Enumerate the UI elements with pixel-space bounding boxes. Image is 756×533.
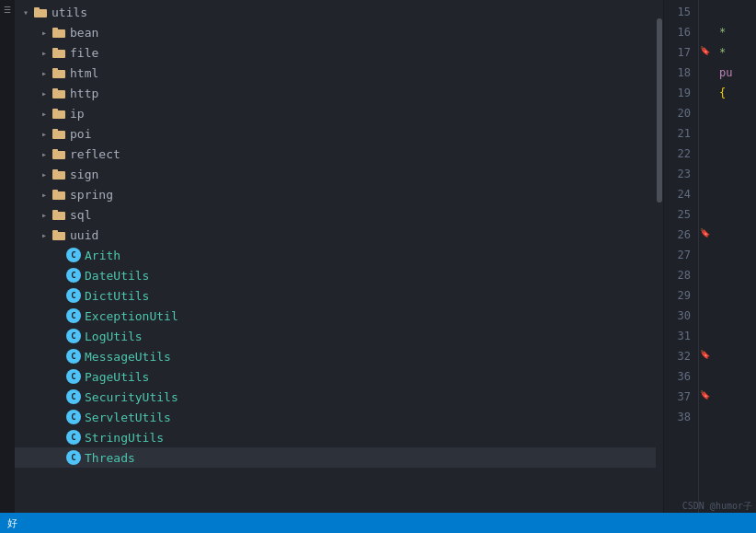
gutter-19 <box>699 81 712 101</box>
class-icon-dateutils: C <box>66 268 81 283</box>
tree-item-logutils[interactable]: C LogUtils <box>15 326 656 346</box>
class-icon-dictutils: C <box>66 288 81 303</box>
line-num-26: 26 <box>664 225 691 245</box>
folder-label-poi: poi <box>70 127 91 141</box>
tree-item-arith[interactable]: C Arith <box>15 245 656 265</box>
folder-label-sign: sign <box>70 168 98 181</box>
folder-label-sql: sql <box>70 208 91 222</box>
tree-item-file[interactable]: file <box>15 42 656 63</box>
arrow-http <box>37 83 52 103</box>
tree-item-bean[interactable]: bean <box>15 22 656 42</box>
gutter-16 <box>699 20 712 41</box>
tree-item-stringutils[interactable]: C StringUtils <box>15 427 656 447</box>
code-line-31 <box>719 326 756 346</box>
code-line-15 <box>719 2 756 22</box>
svg-rect-3 <box>52 28 58 30</box>
tree-scrollbar[interactable] <box>656 0 663 533</box>
folder-icon-uuid <box>52 227 66 242</box>
tree-item-sign[interactable]: sign <box>15 164 656 184</box>
class-icon-logutils: C <box>66 329 81 343</box>
line-num-31: 31 <box>664 326 691 346</box>
code-line-30 <box>719 306 756 326</box>
class-label-dictutils: DictUtils <box>85 289 149 303</box>
code-line-25 <box>719 204 756 225</box>
class-icon-arith: C <box>66 248 81 262</box>
arrow-bean <box>37 22 52 42</box>
tree-item-exceptionutil[interactable]: C ExceptionUtil <box>15 306 656 326</box>
class-label-arith: Arith <box>85 249 120 262</box>
line-num-28: 28 <box>664 265 691 285</box>
tree-content: utils bean file <box>15 0 656 533</box>
line-num-16: 16 <box>664 22 691 42</box>
gutter-36 <box>699 365 712 385</box>
tree-item-uuid[interactable]: uuid <box>15 225 656 245</box>
class-label-securityutils: SecurityUtils <box>85 390 178 404</box>
tree-item-html[interactable]: html <box>15 63 656 83</box>
line-num-20: 20 <box>664 103 691 123</box>
line-num-19: 19 <box>664 83 691 103</box>
folder-label-reflect: reflect <box>70 147 120 161</box>
folder-icon-reflect <box>52 146 66 161</box>
line-num-17: 17 <box>664 42 691 63</box>
line-num-25: 25 <box>664 204 691 225</box>
svg-rect-16 <box>52 171 65 180</box>
folder-icon-utils <box>33 5 48 19</box>
code-line-22 <box>719 144 756 164</box>
gutter-24 <box>699 182 712 203</box>
svg-rect-14 <box>52 151 65 159</box>
tree-item-ip[interactable]: ip <box>15 103 656 123</box>
svg-rect-8 <box>52 90 65 98</box>
tree-item-threads[interactable]: C Threads <box>15 447 656 468</box>
gutter-20 <box>699 101 712 122</box>
line-num-36: 36 <box>664 366 691 387</box>
tree-item-servletutils[interactable]: C ServletUtils <box>15 407 656 427</box>
line-numbers: 15 16 17 18 19 20 21 22 23 24 25 26 27 2… <box>664 0 699 533</box>
svg-rect-5 <box>52 48 58 51</box>
tree-item-reflect[interactable]: reflect <box>15 144 656 164</box>
svg-rect-0 <box>34 9 47 17</box>
gutter-23 <box>699 162 712 182</box>
line-num-37: 37 <box>664 387 691 407</box>
code-line-24 <box>719 184 756 204</box>
code-text: * * pu { <box>712 0 756 533</box>
gutter-17: 🔖 <box>699 41 712 61</box>
class-icon-servletutils: C <box>66 410 81 424</box>
svg-rect-10 <box>52 110 65 119</box>
tree-item-poi[interactable]: poi <box>15 123 656 144</box>
tree-item-messageutils[interactable]: C MessageUtils <box>15 346 656 366</box>
gutter-38 <box>699 405 712 425</box>
line-num-23: 23 <box>664 164 691 184</box>
tree-item-dateutils[interactable]: C DateUtils <box>15 265 656 285</box>
tree-item-http[interactable]: http <box>15 83 656 103</box>
code-line-18: pu <box>719 63 756 83</box>
svg-rect-11 <box>52 109 58 111</box>
tree-item-pageutils[interactable]: C PageUtils <box>15 366 656 387</box>
class-icon-exceptionutil: C <box>66 308 81 323</box>
status-left: 好 <box>7 516 17 530</box>
gutter-31 <box>699 324 712 344</box>
tree-item-utils[interactable]: utils <box>15 2 656 22</box>
svg-rect-2 <box>52 29 65 38</box>
folder-icon-ip <box>52 106 66 121</box>
folder-icon-bean <box>52 25 66 40</box>
line-num-18: 18 <box>664 63 691 83</box>
tree-item-sql[interactable]: sql <box>15 204 656 225</box>
arrow-utils <box>18 2 33 22</box>
folder-icon-sign <box>52 167 66 181</box>
tree-item-securityutils[interactable]: C SecurityUtils <box>15 387 656 407</box>
activity-icon-1: ☰ <box>1 4 14 17</box>
gutter-30 <box>699 304 712 324</box>
tree-item-dictutils[interactable]: C DictUtils <box>15 285 656 306</box>
gutter-icons: 🔖 🔖 🔖 🔖 <box>699 0 712 533</box>
folder-label-spring: spring <box>70 188 113 202</box>
svg-rect-20 <box>52 212 65 220</box>
code-line-38 <box>719 407 756 427</box>
gutter-25 <box>699 203 712 223</box>
arrow-sql <box>37 204 52 225</box>
svg-rect-7 <box>52 68 58 71</box>
class-label-servletutils: ServletUtils <box>85 411 171 424</box>
code-line-29 <box>719 285 756 306</box>
tree-item-spring[interactable]: spring <box>15 184 656 204</box>
code-line-28 <box>719 265 756 285</box>
line-num-32: 32 <box>664 346 691 366</box>
